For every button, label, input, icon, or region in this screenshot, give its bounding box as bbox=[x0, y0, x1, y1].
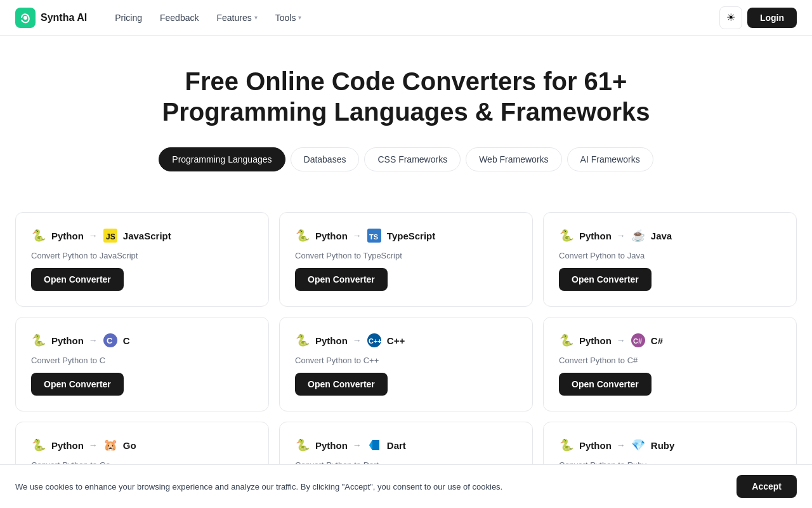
open-converter-button-1[interactable]: Open Converter bbox=[295, 268, 388, 291]
to-label: TypeScript bbox=[387, 231, 435, 241]
python-icon: 🐍 bbox=[559, 228, 574, 243]
python-icon: 🐍 bbox=[295, 438, 310, 453]
svg-text:C++: C++ bbox=[369, 337, 381, 345]
open-converter-button-5[interactable]: Open Converter bbox=[559, 373, 652, 396]
typescript-icon: TS bbox=[367, 228, 382, 243]
tab-web-frameworks[interactable]: Web Frameworks bbox=[466, 147, 561, 171]
card-header: 🐍 Python → C C bbox=[31, 333, 253, 348]
theme-toggle-button[interactable]: ☀ bbox=[719, 6, 742, 29]
card-python-javascript: 🐍 Python → JS JavaScript Convert Python … bbox=[15, 212, 269, 307]
card-header: 🐍 Python → C++ C++ bbox=[295, 333, 517, 348]
card-header: 🐍 Python → 🐹 Go bbox=[31, 438, 253, 453]
category-tabs: Programming Languages Databases CSS Fram… bbox=[15, 147, 797, 171]
tools-chevron-icon: ▾ bbox=[298, 14, 301, 21]
to-label: C++ bbox=[387, 335, 405, 346]
open-converter-button-2[interactable]: Open Converter bbox=[559, 268, 652, 291]
svg-point-0 bbox=[23, 16, 27, 20]
svg-text:C#: C# bbox=[633, 337, 642, 345]
card-header: 🐍 Python → 💎 Ruby bbox=[559, 438, 781, 453]
cookie-text: We use cookies to enhance your browsing … bbox=[15, 482, 726, 491]
arrow-icon: → bbox=[353, 231, 362, 241]
hero-section: Free Online Code Converters for 61+ Prog… bbox=[0, 36, 812, 212]
python-icon: 🐍 bbox=[295, 228, 310, 243]
python-icon: 🐍 bbox=[31, 228, 46, 243]
tab-ai-frameworks[interactable]: AI Frameworks bbox=[567, 147, 653, 171]
nav-links: Pricing Feedback Features ▾ Tools ▾ bbox=[107, 9, 309, 27]
svg-text:JS: JS bbox=[106, 232, 115, 241]
python-icon: 🐍 bbox=[31, 438, 46, 453]
card-header: 🐍 Python → C# C# bbox=[559, 333, 781, 348]
card-description: Convert Python to C# bbox=[559, 356, 781, 365]
to-label: Java bbox=[651, 231, 672, 241]
to-label: Ruby bbox=[651, 440, 675, 451]
javascript-icon: JS bbox=[103, 228, 118, 243]
svg-marker-12 bbox=[369, 440, 372, 450]
arrow-icon: → bbox=[617, 335, 625, 345]
csharp-icon: C# bbox=[631, 333, 646, 348]
from-label: Python bbox=[579, 231, 612, 241]
from-label: Python bbox=[315, 335, 348, 346]
accept-cookies-button[interactable]: Accept bbox=[737, 475, 797, 498]
brand-icon bbox=[15, 8, 36, 28]
card-python-java: 🐍 Python → ☕ Java Convert Python to Java… bbox=[543, 212, 797, 307]
nav-feedback[interactable]: Feedback bbox=[152, 9, 206, 27]
arrow-icon: → bbox=[617, 440, 625, 450]
login-button[interactable]: Login bbox=[747, 8, 797, 28]
nav-tools[interactable]: Tools ▾ bbox=[268, 9, 310, 27]
nav-features[interactable]: Features ▾ bbox=[209, 9, 265, 27]
open-converter-button-4[interactable]: Open Converter bbox=[295, 373, 388, 396]
from-label: Python bbox=[51, 440, 84, 451]
tab-programming-languages[interactable]: Programming Languages bbox=[159, 147, 285, 171]
to-label: C# bbox=[651, 335, 663, 346]
arrow-icon: → bbox=[353, 335, 362, 345]
open-converter-button-3[interactable]: Open Converter bbox=[31, 373, 124, 396]
card-header: 🐍 Python → Dart bbox=[295, 438, 517, 453]
svg-text:C: C bbox=[107, 336, 113, 345]
arrow-icon: → bbox=[89, 231, 98, 241]
ruby-icon: 💎 bbox=[631, 438, 646, 453]
navbar: Syntha AI Pricing Feedback Features ▾ To… bbox=[0, 0, 812, 36]
from-label: Python bbox=[579, 440, 612, 451]
brand-logo[interactable]: Syntha AI bbox=[15, 8, 87, 28]
card-python-typescript: 🐍 Python → TS TypeScript Convert Python … bbox=[279, 212, 533, 307]
dart-icon bbox=[367, 438, 382, 453]
card-description: Convert Python to Java bbox=[559, 251, 781, 260]
arrow-icon: → bbox=[89, 335, 98, 345]
brand-name: Syntha AI bbox=[41, 12, 87, 23]
python-icon: 🐍 bbox=[559, 333, 574, 348]
python-icon: 🐍 bbox=[31, 333, 46, 348]
from-label: Python bbox=[51, 231, 84, 241]
tab-css-frameworks[interactable]: CSS Frameworks bbox=[364, 147, 461, 171]
hero-title: Free Online Code Converters for 61+ Prog… bbox=[152, 66, 660, 127]
from-label: Python bbox=[51, 335, 84, 346]
from-label: Python bbox=[315, 440, 348, 451]
card-header: 🐍 Python → JS JavaScript bbox=[31, 228, 253, 243]
card-python-csharp: 🐍 Python → C# C# Convert Python to C# Op… bbox=[543, 317, 797, 411]
nav-pricing[interactable]: Pricing bbox=[107, 9, 150, 27]
features-chevron-icon: ▾ bbox=[254, 14, 258, 21]
python-icon: 🐍 bbox=[559, 438, 574, 453]
from-label: Python bbox=[315, 231, 348, 241]
go-icon: 🐹 bbox=[103, 438, 118, 453]
from-label: Python bbox=[579, 335, 612, 346]
python-icon: 🐍 bbox=[295, 333, 310, 348]
arrow-icon: → bbox=[353, 440, 362, 450]
card-description: Convert Python to JavaScript bbox=[31, 251, 253, 260]
card-python-c: 🐍 Python → C C Convert Python to C Open … bbox=[15, 317, 269, 411]
to-label: C bbox=[123, 335, 130, 346]
card-description: Convert Python to TypeScript bbox=[295, 251, 517, 260]
open-converter-button-0[interactable]: Open Converter bbox=[31, 268, 124, 291]
sun-icon: ☀ bbox=[726, 11, 735, 23]
card-header: 🐍 Python → TS TypeScript bbox=[295, 228, 517, 243]
to-label: Dart bbox=[387, 440, 406, 451]
c-icon: C bbox=[103, 333, 118, 348]
java-icon: ☕ bbox=[631, 228, 646, 243]
to-label: Go bbox=[123, 440, 136, 451]
tab-databases[interactable]: Databases bbox=[291, 147, 360, 171]
arrow-icon: → bbox=[89, 440, 98, 450]
card-description: Convert Python to C bbox=[31, 356, 253, 365]
cookie-banner: We use cookies to enhance your browsing … bbox=[0, 464, 812, 508]
navbar-right: ☀ Login bbox=[719, 6, 797, 29]
svg-text:TS: TS bbox=[369, 233, 378, 241]
to-label: JavaScript bbox=[123, 231, 171, 241]
